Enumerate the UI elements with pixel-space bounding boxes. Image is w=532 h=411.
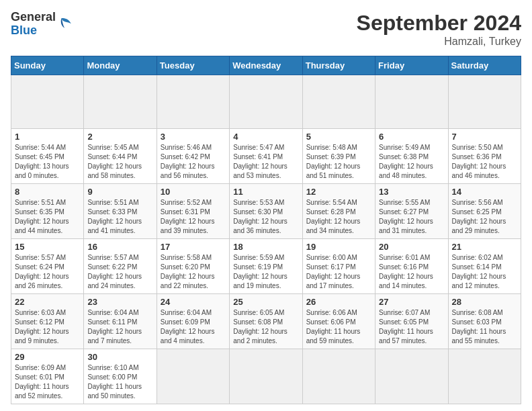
calendar-cell: 26Sunrise: 6:06 AM Sunset: 6:06 PM Dayli…: [302, 294, 375, 349]
calendar-cell: 29Sunrise: 6:09 AM Sunset: 6:01 PM Dayli…: [11, 349, 84, 404]
week-row-2: 8Sunrise: 5:51 AM Sunset: 6:35 PM Daylig…: [11, 184, 521, 239]
calendar-cell: 2Sunrise: 5:45 AM Sunset: 6:44 PM Daylig…: [84, 129, 157, 184]
cell-info: Sunrise: 5:50 AM Sunset: 6:36 PM Dayligh…: [452, 143, 517, 181]
cell-info: Sunrise: 6:10 AM Sunset: 6:00 PM Dayligh…: [87, 363, 152, 401]
title-block: September 2024 Hamzali, Turkey: [357, 11, 521, 48]
week-row-0: [11, 75, 521, 129]
cell-info: Sunrise: 6:08 AM Sunset: 6:03 PM Dayligh…: [452, 308, 517, 346]
logo-general: General: [11, 11, 56, 24]
col-header-monday: Monday: [84, 56, 157, 75]
calendar-cell: [448, 349, 521, 404]
calendar-body: 1Sunrise: 5:44 AM Sunset: 6:45 PM Daylig…: [11, 75, 521, 404]
cell-info: Sunrise: 5:53 AM Sunset: 6:30 PM Dayligh…: [233, 198, 298, 236]
calendar-cell: 24Sunrise: 6:04 AM Sunset: 6:09 PM Dayli…: [157, 294, 229, 349]
cell-info: Sunrise: 5:58 AM Sunset: 6:20 PM Dayligh…: [161, 253, 226, 291]
day-number: 16: [87, 242, 152, 252]
week-row-1: 1Sunrise: 5:44 AM Sunset: 6:45 PM Daylig…: [11, 129, 521, 184]
day-number: 11: [233, 187, 298, 197]
cell-info: Sunrise: 5:56 AM Sunset: 6:25 PM Dayligh…: [452, 198, 517, 236]
cell-info: Sunrise: 5:54 AM Sunset: 6:28 PM Dayligh…: [306, 198, 371, 236]
calendar-cell: 16Sunrise: 5:57 AM Sunset: 6:22 PM Dayli…: [84, 239, 157, 294]
day-number: 19: [306, 242, 371, 252]
day-number: 21: [452, 242, 517, 252]
header-row: SundayMondayTuesdayWednesdayThursdayFrid…: [11, 56, 521, 75]
day-number: 14: [452, 187, 517, 197]
logo-icon: [57, 16, 73, 32]
col-header-wednesday: Wednesday: [230, 56, 302, 75]
cell-info: Sunrise: 6:09 AM Sunset: 6:01 PM Dayligh…: [15, 363, 80, 401]
calendar-cell: 17Sunrise: 5:58 AM Sunset: 6:20 PM Dayli…: [157, 239, 229, 294]
week-row-3: 15Sunrise: 5:57 AM Sunset: 6:24 PM Dayli…: [11, 239, 521, 294]
calendar-cell: 23Sunrise: 6:04 AM Sunset: 6:11 PM Dayli…: [84, 294, 157, 349]
calendar-cell: [11, 75, 84, 129]
day-number: 7: [452, 132, 517, 142]
col-header-tuesday: Tuesday: [157, 56, 229, 75]
calendar-cell: 30Sunrise: 6:10 AM Sunset: 6:00 PM Dayli…: [84, 349, 157, 404]
cell-info: Sunrise: 6:04 AM Sunset: 6:09 PM Dayligh…: [161, 308, 226, 346]
col-header-sunday: Sunday: [11, 56, 84, 75]
calendar-cell: [230, 75, 302, 129]
calendar-cell: 15Sunrise: 5:57 AM Sunset: 6:24 PM Dayli…: [11, 239, 84, 294]
day-number: 13: [379, 187, 444, 197]
calendar-cell: 13Sunrise: 5:55 AM Sunset: 6:27 PM Dayli…: [375, 184, 448, 239]
cell-info: Sunrise: 5:51 AM Sunset: 6:35 PM Dayligh…: [15, 198, 80, 236]
cell-info: Sunrise: 6:04 AM Sunset: 6:11 PM Dayligh…: [87, 308, 152, 346]
day-number: 22: [15, 297, 80, 307]
calendar-cell: [375, 75, 448, 129]
col-header-thursday: Thursday: [302, 56, 375, 75]
calendar-cell: [375, 349, 448, 404]
day-number: 27: [379, 297, 444, 307]
calendar-cell: 11Sunrise: 5:53 AM Sunset: 6:30 PM Dayli…: [230, 184, 302, 239]
page-header: General Blue September 2024 Hamzali, Tur…: [11, 11, 521, 48]
day-number: 5: [306, 132, 371, 142]
cell-info: Sunrise: 6:03 AM Sunset: 6:12 PM Dayligh…: [15, 308, 80, 346]
calendar-cell: 22Sunrise: 6:03 AM Sunset: 6:12 PM Dayli…: [11, 294, 84, 349]
calendar-cell: 5Sunrise: 5:48 AM Sunset: 6:39 PM Daylig…: [302, 129, 375, 184]
cell-info: Sunrise: 5:45 AM Sunset: 6:44 PM Dayligh…: [87, 143, 152, 181]
calendar-cell: 25Sunrise: 6:05 AM Sunset: 6:08 PM Dayli…: [230, 294, 302, 349]
cell-info: Sunrise: 5:51 AM Sunset: 6:33 PM Dayligh…: [87, 198, 152, 236]
cell-info: Sunrise: 6:05 AM Sunset: 6:08 PM Dayligh…: [233, 308, 298, 346]
cell-info: Sunrise: 5:48 AM Sunset: 6:39 PM Dayligh…: [306, 143, 371, 181]
cell-info: Sunrise: 5:47 AM Sunset: 6:41 PM Dayligh…: [233, 143, 298, 181]
cell-info: Sunrise: 5:46 AM Sunset: 6:42 PM Dayligh…: [161, 143, 226, 181]
calendar-cell: 28Sunrise: 6:08 AM Sunset: 6:03 PM Dayli…: [448, 294, 521, 349]
calendar-cell: [230, 349, 302, 404]
day-number: 18: [233, 242, 298, 252]
cell-info: Sunrise: 5:55 AM Sunset: 6:27 PM Dayligh…: [379, 198, 444, 236]
calendar-cell: 9Sunrise: 5:51 AM Sunset: 6:33 PM Daylig…: [84, 184, 157, 239]
location-title: Hamzali, Turkey: [357, 36, 521, 48]
day-number: 17: [161, 242, 226, 252]
day-number: 29: [15, 352, 80, 362]
day-number: 3: [161, 132, 226, 142]
day-number: 30: [87, 352, 152, 362]
calendar-cell: 6Sunrise: 5:49 AM Sunset: 6:38 PM Daylig…: [375, 129, 448, 184]
cell-info: Sunrise: 5:57 AM Sunset: 6:24 PM Dayligh…: [15, 253, 80, 291]
calendar-cell: 12Sunrise: 5:54 AM Sunset: 6:28 PM Dayli…: [302, 184, 375, 239]
day-number: 1: [15, 132, 80, 142]
calendar-cell: 21Sunrise: 6:02 AM Sunset: 6:14 PM Dayli…: [448, 239, 521, 294]
calendar-header: SundayMondayTuesdayWednesdayThursdayFrid…: [11, 56, 521, 75]
col-header-saturday: Saturday: [448, 56, 521, 75]
day-number: 4: [233, 132, 298, 142]
cell-info: Sunrise: 6:02 AM Sunset: 6:14 PM Dayligh…: [452, 253, 517, 291]
logo-blue: Blue: [11, 24, 56, 38]
cell-info: Sunrise: 6:06 AM Sunset: 6:06 PM Dayligh…: [306, 308, 371, 346]
calendar-cell: [157, 349, 229, 404]
calendar-cell: [302, 75, 375, 129]
day-number: 10: [161, 187, 226, 197]
calendar-table: SundayMondayTuesdayWednesdayThursdayFrid…: [11, 56, 521, 404]
col-header-friday: Friday: [375, 56, 448, 75]
month-title: September 2024: [357, 11, 521, 36]
calendar-cell: 19Sunrise: 6:00 AM Sunset: 6:17 PM Dayli…: [302, 239, 375, 294]
day-number: 26: [306, 297, 371, 307]
cell-info: Sunrise: 6:01 AM Sunset: 6:16 PM Dayligh…: [379, 253, 444, 291]
week-row-5: 29Sunrise: 6:09 AM Sunset: 6:01 PM Dayli…: [11, 349, 521, 404]
cell-info: Sunrise: 5:57 AM Sunset: 6:22 PM Dayligh…: [87, 253, 152, 291]
calendar-cell: 3Sunrise: 5:46 AM Sunset: 6:42 PM Daylig…: [157, 129, 229, 184]
calendar-cell: 8Sunrise: 5:51 AM Sunset: 6:35 PM Daylig…: [11, 184, 84, 239]
day-number: 20: [379, 242, 444, 252]
calendar-cell: 1Sunrise: 5:44 AM Sunset: 6:45 PM Daylig…: [11, 129, 84, 184]
day-number: 6: [379, 132, 444, 142]
calendar-cell: 4Sunrise: 5:47 AM Sunset: 6:41 PM Daylig…: [230, 129, 302, 184]
